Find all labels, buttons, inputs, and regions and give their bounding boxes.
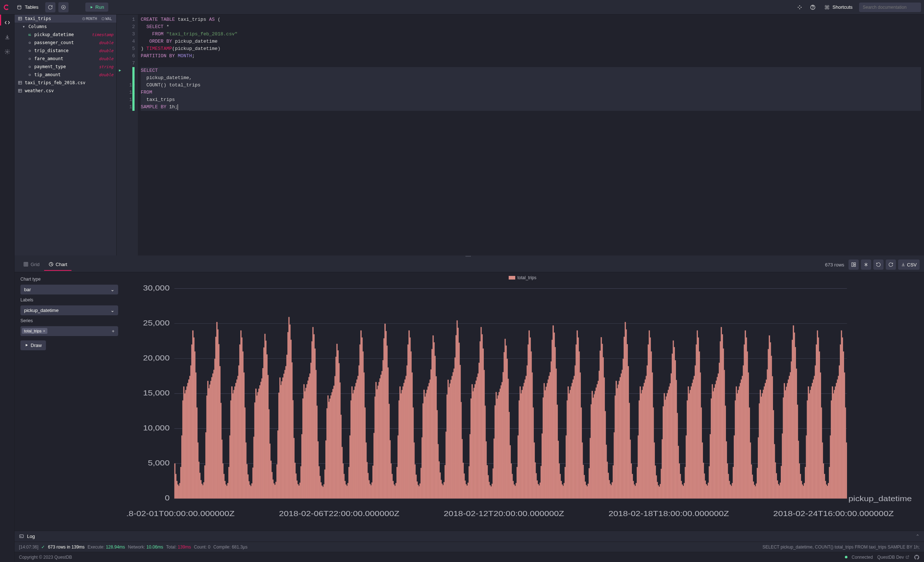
- svg-rect-653: [790, 372, 791, 498]
- svg-rect-397: [534, 442, 535, 499]
- svg-rect-272: [408, 331, 410, 499]
- svg-rect-124: [260, 382, 261, 499]
- svg-rect-170: [307, 384, 308, 498]
- svg-rect-552: [689, 394, 690, 499]
- svg-rect-575: [712, 384, 713, 498]
- svg-rect-525: [662, 439, 663, 498]
- github-link[interactable]: [914, 555, 920, 560]
- svg-rect-380: [517, 467, 518, 498]
- tree-column-row[interactable]: trip_distancedouble: [15, 46, 116, 55]
- sidebar-import-icon[interactable]: [2, 32, 12, 42]
- column-type-icon: [27, 57, 32, 61]
- svg-rect-342: [479, 363, 480, 498]
- svg-rect-620: [757, 468, 758, 499]
- svg-rect-453: [590, 438, 591, 499]
- shortcuts-button[interactable]: Shortcuts: [821, 3, 856, 12]
- svg-rect-277: [414, 442, 415, 499]
- tree-file-row[interactable]: weather.csv: [15, 87, 116, 95]
- draw-button[interactable]: Draw: [20, 340, 46, 350]
- log-bar[interactable]: Log ⌃: [15, 531, 924, 542]
- svg-rect-528: [665, 400, 666, 499]
- svg-rect-254: [390, 464, 392, 499]
- tab-chart[interactable]: Chart: [44, 259, 72, 271]
- series-select[interactable]: total_trips × +: [20, 326, 118, 336]
- tab-grid[interactable]: Grid: [19, 259, 44, 271]
- labels-select[interactable]: pickup_datetime ⌄: [20, 306, 118, 315]
- svg-rect-172: [309, 377, 310, 499]
- reset-button[interactable]: [873, 259, 884, 270]
- svg-rect-492: [628, 403, 630, 498]
- svg-rect-304: [441, 480, 442, 499]
- freeze-button[interactable]: [861, 259, 871, 270]
- svg-rect-328: [465, 481, 466, 499]
- add-series-button[interactable]: +: [110, 328, 117, 334]
- tree-table-row[interactable]: taxi_trips MONTH WAL: [15, 15, 116, 22]
- svg-rect-402: [538, 486, 540, 499]
- tree-column-row[interactable]: pickup_datetimetimestamp: [15, 31, 116, 39]
- tree-columns-row[interactable]: ▾ Columns: [15, 22, 116, 31]
- svg-rect-321: [458, 328, 459, 498]
- help-button[interactable]: [808, 2, 818, 12]
- svg-rect-84: [220, 403, 221, 498]
- svg-rect-413: [549, 372, 550, 498]
- svg-rect-693: [830, 436, 831, 499]
- svg-rect-410: [547, 383, 548, 499]
- remove-series-icon[interactable]: ×: [43, 329, 45, 333]
- svg-rect-112: [248, 481, 249, 499]
- svg-rect-475: [612, 482, 613, 498]
- svg-rect-256: [393, 481, 394, 499]
- svg-rect-379: [516, 483, 517, 498]
- svg-rect-656: [793, 325, 794, 499]
- tree-column-row[interactable]: fare_amountdouble: [15, 55, 116, 63]
- svg-rect-69: [205, 432, 206, 499]
- svg-rect-440: [577, 331, 578, 499]
- sql-editor[interactable]: 12345678▶910111213 CREATE TABLE taxi_tri…: [117, 15, 924, 255]
- column-type: double: [99, 72, 113, 77]
- svg-rect-621: [758, 438, 759, 499]
- svg-rect-527: [664, 393, 665, 499]
- svg-rect-367: [504, 352, 505, 498]
- svg-rect-578: [715, 384, 716, 498]
- svg-rect-648: [785, 390, 786, 499]
- active-tab-indicator: [0, 15, 1, 25]
- svg-rect-182: [318, 466, 320, 498]
- tables-button[interactable]: Tables: [13, 3, 42, 11]
- svg-rect-132: [268, 409, 270, 499]
- search-input[interactable]: [859, 3, 921, 12]
- svg-rect-389: [526, 376, 527, 499]
- svg-rect-445: [582, 442, 583, 499]
- svg-rect-285: [422, 438, 423, 499]
- run-button[interactable]: Run: [86, 3, 109, 12]
- svg-rect-297: [434, 342, 435, 499]
- sidebar-settings-icon[interactable]: [2, 46, 12, 57]
- csv-export-button[interactable]: CSV: [898, 259, 920, 270]
- columns-label: Columns: [28, 24, 47, 29]
- layout-button[interactable]: [849, 259, 859, 270]
- svg-rect-201: [338, 350, 339, 498]
- svg-rect-574: [711, 399, 712, 498]
- add-button[interactable]: [58, 2, 69, 12]
- refresh-button[interactable]: [45, 2, 56, 12]
- tree-file-row[interactable]: taxi_trips_feb_2018.csv: [15, 79, 116, 87]
- tree-column-row[interactable]: passenger_countdouble: [15, 39, 116, 46]
- svg-rect-470: [607, 462, 608, 499]
- svg-rect-694: [831, 400, 832, 499]
- tree-column-row[interactable]: payment_typestring: [15, 63, 116, 71]
- svg-rect-163: [299, 483, 300, 499]
- svg-text:pickup_datetime: pickup_datetime: [849, 495, 912, 503]
- svg-rect-313: [450, 384, 451, 499]
- svg-rect-55: [191, 345, 192, 499]
- rerun-button[interactable]: [886, 259, 896, 270]
- tree-column-row[interactable]: tip_amountdouble: [15, 71, 116, 79]
- chart-type-select[interactable]: bar ⌄: [20, 285, 118, 294]
- slack-button[interactable]: [795, 2, 805, 12]
- svg-rect-118: [255, 402, 256, 499]
- svg-rect-270: [406, 366, 408, 499]
- svg-rect-484: [621, 373, 622, 499]
- svg-rect-628: [765, 383, 766, 499]
- sidebar-console-icon[interactable]: [2, 18, 12, 28]
- chevron-up-icon[interactable]: ⌃: [916, 534, 920, 539]
- svg-rect-214: [350, 400, 351, 499]
- env-link[interactable]: QuestDB Dev: [878, 555, 909, 560]
- svg-rect-539: [676, 380, 677, 499]
